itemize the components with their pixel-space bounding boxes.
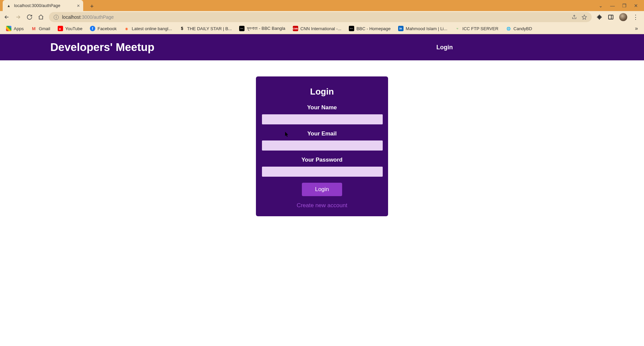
bookmark-label: Facebook — [98, 26, 117, 31]
window-close-icon[interactable]: ✕ — [634, 3, 638, 8]
back-button[interactable] — [3, 14, 10, 20]
svg-rect-0 — [608, 15, 613, 19]
minimize-icon[interactable]: — — [610, 3, 615, 8]
create-account-link[interactable]: Create new account — [297, 202, 347, 209]
address-bar[interactable]: i localhost:3000/authPage — [49, 12, 592, 22]
browser-tab-strip: ▲ localhost:3000/authPage × + ⌄ — ❐ ✕ — [0, 0, 644, 11]
bookmark-cnn[interactable]: CNNCNN International -... — [293, 26, 341, 31]
email-label: Your Email — [262, 130, 382, 137]
bookmark-label: CNN International -... — [301, 26, 341, 31]
bookmark-dailystar[interactable]: $THE DAILY STAR | B... — [179, 26, 232, 31]
form-container: Login Your Name Your Email Your Password… — [0, 60, 644, 216]
bookmark-label: Apps — [14, 26, 24, 31]
nav-login-link[interactable]: Login — [436, 44, 594, 51]
password-input[interactable] — [262, 167, 383, 177]
bookmark-bbc-bangla[interactable]: ▪▪▪মূলপাতা - BBC Bangla — [239, 26, 285, 31]
url-host: localhost — [62, 14, 80, 20]
new-tab-button[interactable]: + — [87, 2, 97, 11]
star-icon[interactable] — [582, 14, 587, 20]
bookmark-linkedin[interactable]: inMahmood Islam | Li... — [398, 26, 447, 31]
bookmark-label: Gmail — [39, 26, 50, 31]
extensions-icon[interactable] — [596, 14, 602, 20]
bookmark-bangla-news[interactable]: ◉Latest online bangl... — [124, 26, 172, 31]
bookmark-label: BBC - Homepage — [357, 26, 391, 31]
name-input[interactable] — [262, 114, 383, 124]
bookmark-label: YouTube — [65, 26, 83, 31]
email-input[interactable] — [262, 140, 383, 151]
card-title: Login — [262, 86, 382, 97]
menu-icon[interactable]: ⋮ — [633, 13, 639, 21]
browser-toolbar: i localhost:3000/authPage ⋮ — [0, 11, 644, 23]
reload-button[interactable] — [26, 14, 33, 20]
brand-title: Developers' Meetup — [50, 41, 154, 54]
share-icon[interactable] — [572, 14, 577, 20]
bookmark-gmail[interactable]: MGmail — [31, 26, 50, 31]
bookmark-apps[interactable]: Apps — [6, 26, 24, 31]
name-label: Your Name — [262, 104, 382, 111]
bookmark-facebook[interactable]: fFacebook — [90, 26, 117, 31]
bookmarks-bar: Apps MGmail ▸YouTube fFacebook ◉Latest o… — [0, 23, 644, 34]
tab-title: localhost:3000/authPage — [14, 3, 60, 8]
bookmark-candybd[interactable]: 🌐CandyBD — [506, 26, 532, 31]
window-controls: ⌄ — ❐ ✕ — [599, 0, 644, 11]
maximize-icon[interactable]: ❐ — [622, 3, 627, 8]
page-content: Developers' Meetup Login Login Your Name… — [0, 34, 644, 346]
browser-tab-active[interactable]: ▲ localhost:3000/authPage × — [3, 0, 83, 11]
bookmark-label: THE DAILY STAR | B... — [187, 26, 232, 31]
tab-favicon-icon: ▲ — [6, 3, 11, 8]
bookmarks-overflow-icon[interactable]: » — [635, 25, 638, 32]
close-icon[interactable]: × — [77, 3, 80, 8]
forward-button[interactable] — [15, 14, 21, 20]
sidepanel-icon[interactable] — [608, 14, 614, 20]
password-label: Your Password — [262, 157, 382, 163]
bookmark-label: Latest online bangl... — [132, 26, 172, 31]
bookmark-label: Mahmood Islam | Li... — [406, 26, 447, 31]
bookmark-label: মূলপাতা - BBC Bangla — [247, 26, 285, 31]
info-icon[interactable]: i — [54, 15, 59, 20]
bookmark-icc-ftp[interactable]: ༄ICC FTP SERVER — [455, 26, 498, 31]
bookmark-label: CandyBD — [514, 26, 532, 31]
profile-avatar[interactable] — [619, 13, 627, 21]
url-path: :3000/authPage — [80, 14, 114, 20]
bookmark-label: ICC FTP SERVER — [463, 26, 498, 31]
home-button[interactable] — [38, 14, 44, 20]
bookmark-youtube[interactable]: ▸YouTube — [58, 26, 83, 31]
login-button[interactable]: Login — [302, 183, 342, 196]
bookmark-bbc[interactable]: ▪▪▪BBC - Homepage — [349, 26, 391, 31]
login-card: Login Your Name Your Email Your Password… — [256, 76, 388, 216]
app-header: Developers' Meetup Login — [0, 34, 644, 60]
chevron-down-icon[interactable]: ⌄ — [599, 3, 603, 8]
